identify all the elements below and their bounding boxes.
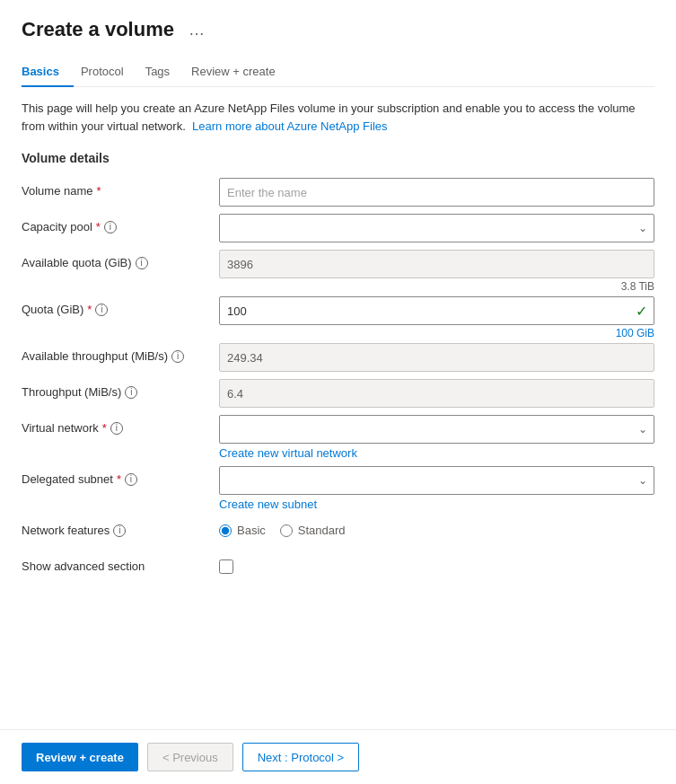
ellipsis-menu-button[interactable]: … — [183, 19, 210, 41]
delegated-subnet-label: Delegated subnet — [22, 472, 113, 486]
footer: Review + create < Previous Next : Protoc… — [0, 729, 676, 784]
available-quota-input — [219, 250, 654, 278]
quota-input-wrapper: ✓ — [219, 296, 654, 325]
quota-input[interactable] — [219, 296, 654, 325]
capacity-pool-required: * — [96, 220, 101, 233]
delegated-subnet-required: * — [117, 472, 121, 486]
network-features-row: Network features i Basic Standard — [22, 517, 654, 550]
volume-name-row: Volume name * — [22, 178, 654, 210]
quota-info-icon[interactable]: i — [95, 304, 108, 316]
volume-details-section-title: Volume details — [22, 151, 654, 165]
available-quota-row: Available quota (GiB) i 3.8 TiB — [22, 250, 654, 293]
delegated-subnet-select[interactable] — [219, 466, 654, 495]
capacity-pool-info-icon[interactable]: i — [104, 221, 117, 233]
virtual-network-select[interactable] — [219, 415, 654, 444]
available-quota-label: Available quota (GiB) — [22, 256, 132, 269]
show-advanced-row: Show advanced section — [22, 553, 654, 586]
quota-label: Quota (GiB) — [22, 303, 83, 316]
network-features-radio-group: Basic Standard — [219, 517, 654, 537]
available-throughput-info-icon[interactable]: i — [171, 350, 184, 363]
available-quota-hint: 3.8 TiB — [219, 280, 654, 293]
delegated-subnet-info-icon[interactable]: i — [125, 473, 137, 486]
network-features-basic-radio[interactable] — [219, 524, 232, 537]
tab-protocol[interactable]: Protocol — [81, 57, 138, 87]
capacity-pool-label: Capacity pool — [22, 220, 92, 233]
throughput-label: Throughput (MiB/s) — [22, 385, 121, 399]
throughput-row: Throughput (MiB/s) i — [22, 379, 654, 411]
virtual-network-info-icon[interactable]: i — [110, 422, 123, 435]
show-advanced-checkbox[interactable] — [219, 559, 233, 574]
next-protocol-button[interactable]: Next : Protocol > — [242, 743, 359, 771]
network-features-label: Network features — [22, 524, 110, 537]
quota-hint: 100 GiB — [219, 327, 654, 339]
available-throughput-input — [219, 343, 654, 372]
review-create-button[interactable]: Review + create — [22, 743, 138, 771]
tab-basics[interactable]: Basics — [22, 57, 74, 87]
volume-name-required: * — [97, 184, 101, 198]
learn-more-link[interactable]: Learn more about Azure NetApp Files — [192, 119, 388, 133]
page-title: Create a volume — [22, 18, 174, 41]
quota-row: Quota (GiB) * i ✓ 100 GiB — [22, 296, 654, 339]
create-virtual-network-link[interactable]: Create new virtual network — [219, 444, 654, 462]
capacity-pool-select[interactable] — [219, 214, 654, 242]
quota-check-icon: ✓ — [636, 303, 647, 320]
volume-name-input[interactable] — [219, 178, 654, 207]
tabs-row: Basics Protocol Tags Review + create — [22, 57, 654, 87]
show-advanced-label: Show advanced section — [22, 559, 145, 573]
delegated-subnet-select-wrapper: ⌄ — [219, 466, 654, 495]
virtual-network-label: Virtual network — [22, 421, 99, 435]
throughput-info-icon[interactable]: i — [125, 386, 137, 399]
available-quota-info-icon[interactable]: i — [136, 257, 148, 269]
capacity-pool-select-wrapper: ⌄ — [219, 214, 654, 242]
network-features-info-icon[interactable]: i — [113, 524, 126, 537]
virtual-network-required: * — [102, 421, 107, 435]
create-subnet-link[interactable]: Create new subnet — [219, 495, 654, 514]
throughput-input — [219, 379, 654, 408]
virtual-network-row: Virtual network * i ⌄ Create new virtual… — [22, 415, 654, 462]
tab-tags[interactable]: Tags — [145, 57, 184, 87]
virtual-network-select-wrapper: ⌄ — [219, 415, 654, 444]
network-features-basic-radio-label[interactable]: Basic — [219, 524, 266, 537]
available-throughput-label: Available throughput (MiB/s) — [22, 349, 168, 363]
network-features-standard-radio-label[interactable]: Standard — [280, 524, 346, 537]
show-advanced-checkbox-wrapper — [219, 553, 654, 574]
volume-name-label: Volume name — [22, 184, 93, 198]
quota-required: * — [87, 303, 92, 316]
available-throughput-row: Available throughput (MiB/s) i — [22, 343, 654, 375]
capacity-pool-row: Capacity pool * i ⌄ — [22, 214, 654, 246]
network-features-standard-radio[interactable] — [280, 524, 293, 537]
delegated-subnet-row: Delegated subnet * i ⌄ Create new subnet — [22, 466, 654, 514]
info-text: This page will help you create an Azure … — [22, 100, 654, 135]
previous-button[interactable]: < Previous — [147, 743, 233, 771]
tab-review-create[interactable]: Review + create — [191, 57, 290, 87]
